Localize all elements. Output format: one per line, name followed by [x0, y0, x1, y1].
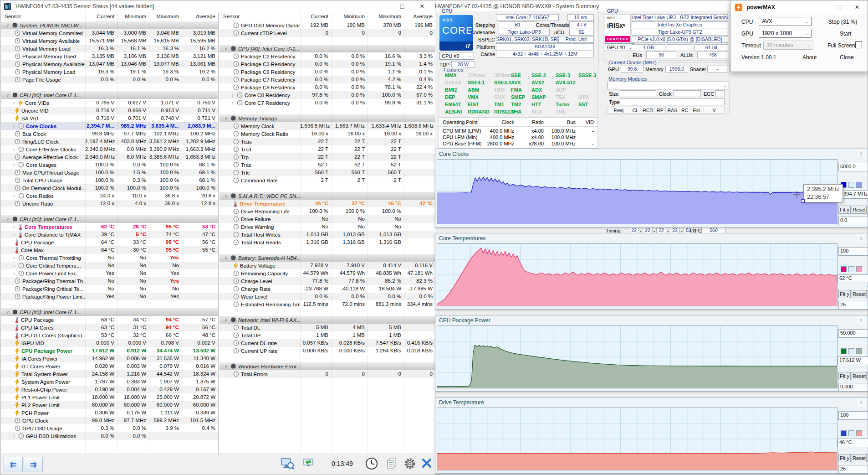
- fit-button[interactable]: Fit y: [838, 206, 851, 214]
- sensor-section-row[interactable]: ∨Network: Intel Wi-Fi 6 AX...: [220, 316, 435, 324]
- close-button[interactable]: ×: [412, 1, 432, 11]
- sensor-row[interactable]: Current cTDP Level0000: [220, 29, 435, 37]
- sensor-row[interactable]: Page File Usage0.0 %0.0 %0.0 %0.0 %: [1, 76, 218, 83]
- sensor-row[interactable]: GPU D3D Usage0.3 %0.0 %3.9 %0.4 %: [1, 424, 218, 432]
- sensor-row[interactable]: Estimated Remaining Time112.5 mins72.0 m…: [220, 300, 435, 308]
- sensor-row[interactable]: PL1 Power Limit18.000 W18.000 W25.000 W2…: [1, 393, 218, 401]
- sensor-row[interactable]: Current DL rate0.057 KB/s0.028 KB/s7.547…: [220, 339, 435, 347]
- close-icon[interactable]: x: [858, 150, 865, 157]
- sensor-section-row[interactable]: ∨CPU [#0]: Intel Core i7-1...: [1, 215, 218, 223]
- sensor-row[interactable]: System Agent Power1.787 W0.383 W1.907 W1…: [1, 378, 218, 386]
- legend-swatch[interactable]: [856, 182, 862, 188]
- sensor-row[interactable]: Package C3 Residency0.0 %0.0 %19.1 %1.4 …: [220, 60, 435, 68]
- legend-swatch[interactable]: [856, 430, 862, 436]
- sensor-row[interactable]: Package C8 Residency0.0 %0.0 %78.1 %22.4…: [220, 83, 435, 91]
- close-icon[interactable]: x: [858, 316, 865, 324]
- sensor-section-row[interactable]: ∨Memory Timings: [220, 114, 435, 122]
- expand-icon[interactable]: ›: [11, 193, 17, 199]
- sensor-row[interactable]: Package C2 Residency0.0 %0.0 %16.6 %3.3 …: [220, 52, 435, 60]
- close-icon[interactable]: x: [858, 234, 865, 242]
- column-header-minimum[interactable]: Minimum: [117, 12, 149, 21]
- expand-icon[interactable]: ›: [230, 100, 236, 106]
- close-button[interactable]: ×: [848, 2, 866, 12]
- pm-gpu-dropdown[interactable]: 1920 x 1080⌄: [759, 29, 812, 38]
- column-header-average[interactable]: Average: [182, 12, 218, 21]
- sensor-row[interactable]: CPU Package64 °C33 °C95 °C56 °C: [1, 238, 218, 246]
- collapse-icon[interactable]: ∨: [222, 116, 230, 121]
- pm-about-button[interactable]: About: [802, 54, 817, 61]
- sensor-row[interactable]: Virtual Memory Commited3,044 MB3,000 MB3…: [1, 29, 218, 37]
- sensor-row[interactable]: Virtual Memory Load16.3 %16.1 %16.3 %16.…: [1, 45, 218, 52]
- legend-swatch[interactable]: [848, 348, 854, 354]
- sensor-row[interactable]: Charge Rate-23.768 W-40.118 W18.504 W-17…: [220, 285, 435, 293]
- graph-plot-area[interactable]: [437, 243, 837, 306]
- sensor-row[interactable]: On-Demand Clock Modul...100.0 %100.0 %10…: [1, 184, 218, 192]
- sensor-row[interactable]: Drive Remaining Life100.0 %100.0 %100.0 …: [220, 207, 435, 215]
- reset-button[interactable]: Reset: [852, 206, 867, 214]
- clock-icon[interactable]: [365, 457, 378, 472]
- sensor-row[interactable]: iGPU VID0.000 V0.000 V0.708 V0.002 V: [1, 339, 218, 347]
- fit-button[interactable]: Fit y: [838, 290, 851, 298]
- collapse-icon[interactable]: ∨: [4, 93, 11, 98]
- expand-icon[interactable]: ›: [11, 224, 17, 230]
- sensor-row[interactable]: Uncore Ratio12.0 x4.0 x36.0 x12.8 x: [1, 200, 218, 207]
- reset-button[interactable]: Reset: [852, 290, 867, 298]
- sensor-row[interactable]: Remaining Capacity44.579 Wh44.579 Wh48.8…: [220, 269, 435, 277]
- legend-swatch[interactable]: [848, 266, 854, 272]
- legend-swatch[interactable]: [848, 430, 854, 436]
- graph-plot-area[interactable]: [437, 325, 837, 388]
- pane-divider[interactable]: [218, 12, 219, 454]
- column-header-minimum[interactable]: Minimum: [331, 12, 368, 21]
- sensor-row[interactable]: Package C7 Residency0.0 %0.0 %4.2 %0.4 %: [220, 76, 435, 83]
- sensor-row[interactable]: ›Core Usages100.0 %0.0 %100.0 %68.1 %: [1, 161, 218, 169]
- sensor-row[interactable]: ›Core Distance to TjMAX39 °C5 °C74 °C47 …: [1, 231, 218, 238]
- sensor-row[interactable]: Package/Ring Power Limi...YesNoYes: [1, 293, 218, 300]
- sensor-section-row[interactable]: ∨Battery: Sunwoda-H HB4...: [220, 254, 435, 262]
- expand-icon[interactable]: ›: [11, 433, 17, 439]
- sensor-row[interactable]: Total Host Writes1,013 GB1,013 GB1,013 G…: [220, 231, 435, 238]
- legend-swatch[interactable]: [841, 348, 847, 354]
- sensor-section-row[interactable]: ∨CPU [#0]: Intel Core i7-1...: [1, 308, 218, 316]
- sensor-row[interactable]: IA Cores Power14.962 W0.086 W31.535 W11.…: [1, 355, 218, 362]
- fit-button[interactable]: Fit y: [838, 454, 851, 462]
- column-header-current[interactable]: Current: [300, 12, 331, 21]
- sensor-row[interactable]: Command Rate2 T2 T2 T: [220, 176, 435, 184]
- pm-timeout-dropdown[interactable]: 30 minutes⌄: [763, 41, 813, 50]
- collapse-icon[interactable]: ∨: [222, 317, 230, 322]
- minimize-button[interactable]: –: [814, 2, 831, 12]
- collapse-icon[interactable]: ∨: [4, 23, 11, 28]
- legend-swatch[interactable]: [841, 266, 847, 272]
- legend-swatch[interactable]: [841, 430, 847, 436]
- expand-icon[interactable]: ›: [11, 100, 17, 106]
- sensor-row[interactable]: PCH Power0.306 W0.175 W1.111 W0.339 W: [1, 409, 218, 417]
- sensor-row[interactable]: Package/Ring Critical Te...NoNoNo: [1, 285, 218, 293]
- nav-forward-button[interactable]: ⇉: [24, 457, 43, 472]
- column-header-maximum[interactable]: Maximum: [149, 12, 182, 21]
- expand-icon[interactable]: ›: [11, 263, 17, 269]
- sensor-row[interactable]: Total DL5 MB4 MB5 MB: [220, 324, 435, 331]
- legend-swatch[interactable]: [856, 266, 862, 272]
- sensor-row[interactable]: Total System Power24.158 W1.216 W44.542 …: [1, 370, 218, 378]
- gpu-selector-dropdown[interactable]: GPU #0⌄: [605, 43, 634, 51]
- sensor-row[interactable]: SA VID0.716 V0.701 V0.748 V0.721 V: [1, 114, 218, 122]
- expand-icon[interactable]: ›: [11, 255, 17, 261]
- sensor-row[interactable]: Charge Level77.8 %77.8 %85.2 %82.3 %: [220, 277, 435, 285]
- legend-swatch[interactable]: [856, 348, 862, 354]
- pm-start-button[interactable]: Start: [840, 31, 851, 37]
- column-header-current[interactable]: Current: [85, 12, 117, 21]
- sensor-section-row[interactable]: ∨CPU [#0]: Intel Core i7-1...: [1, 91, 218, 99]
- sensor-row[interactable]: Battery Voltage7.928 V7.910 V8.414 V8.11…: [220, 262, 435, 269]
- sensor-section-row[interactable]: ∨Windows Hardware Error...: [220, 362, 435, 370]
- fit-button[interactable]: Fit y: [838, 372, 851, 380]
- sensor-row[interactable]: ›Core C7 Residency0.0 %0.0 %99.8 %31.1 %: [220, 99, 435, 107]
- sensor-row[interactable]: Ring/LLC Clock1,197.4 MHz403.8 MHz3,561.…: [1, 138, 218, 145]
- sensor-row[interactable]: Trp22 T22 T22 T: [220, 153, 435, 161]
- sensor-row[interactable]: CPU GT Cores (Graphics)53 °C32 °C66 °C48…: [1, 331, 218, 339]
- collapse-icon[interactable]: ∨: [222, 193, 230, 198]
- sensor-row[interactable]: Drive WarningNoNoNo: [220, 223, 435, 231]
- sensor-row[interactable]: Physical Memory Used3,135 MB3,106 MB3,13…: [1, 52, 218, 60]
- sensor-section-row[interactable]: ∨CPU [#0]: Intel Core i7-1...: [220, 45, 435, 52]
- sensor-row[interactable]: ›GPU D3D Utilizations0.0 %0.0 %: [1, 432, 218, 440]
- sensor-row[interactable]: CPU Package Power17.612 W0.912 W34.474 W…: [1, 347, 218, 355]
- sensor-row[interactable]: CPU IA Cores63 °C31 °C94 °C56 °C: [1, 324, 218, 331]
